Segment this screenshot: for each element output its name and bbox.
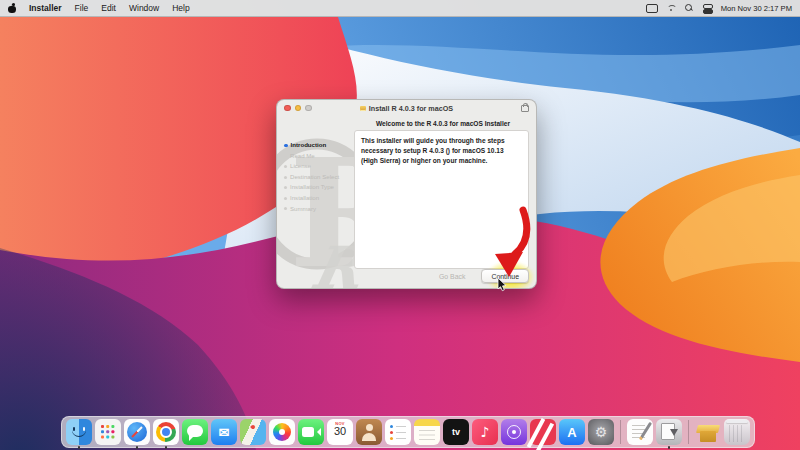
- dock: ✉ NOV 30 tv ♪ A ⚙: [61, 416, 755, 448]
- step-summary: Summary: [284, 204, 354, 215]
- step-bullet-icon: [284, 176, 287, 179]
- facetime-dock-icon[interactable]: [298, 419, 324, 445]
- step-bullet-icon: [284, 207, 287, 210]
- music-note-icon: ♪: [472, 419, 498, 445]
- tv-label: tv: [443, 419, 469, 445]
- dock-divider: [688, 420, 689, 444]
- spotlight-search-icon[interactable]: [685, 4, 694, 13]
- window-title-bar[interactable]: Install R 4.0.3 for macOS: [277, 100, 536, 116]
- news-dock-icon[interactable]: [530, 419, 556, 445]
- installer-package-dock-icon[interactable]: [695, 419, 721, 445]
- step-license: License: [284, 161, 354, 172]
- running-indicator: [668, 446, 670, 448]
- installer-heading: Welcome to the R 4.0.3 for macOS Install…: [357, 120, 529, 127]
- step-bullet-icon: [284, 186, 287, 189]
- envelope-icon: ✉: [211, 419, 237, 445]
- lock-icon: [521, 105, 529, 112]
- podcasts-dock-icon[interactable]: [501, 419, 527, 445]
- mail-dock-icon[interactable]: ✉: [211, 419, 237, 445]
- photos-dock-icon[interactable]: [269, 419, 295, 445]
- calendar-day-label: 30: [327, 425, 353, 437]
- menu-window[interactable]: Window: [129, 3, 159, 13]
- app-menu-installer[interactable]: Installer: [29, 3, 62, 13]
- continue-button[interactable]: Continue: [481, 269, 529, 283]
- app-store-dock-icon[interactable]: A: [559, 419, 585, 445]
- window-title: Install R 4.0.3 for macOS: [277, 104, 536, 113]
- step-destination-select: Destination Select: [284, 172, 354, 183]
- menu-bar: Installer File Edit Window Help Mon Nov …: [0, 0, 800, 17]
- running-indicator: [78, 446, 80, 448]
- installer-package-icon: [360, 106, 366, 111]
- go-back-button[interactable]: Go Back: [430, 270, 474, 282]
- minimize-window-button[interactable]: [295, 105, 302, 112]
- maps-dock-icon[interactable]: [240, 419, 266, 445]
- step-bullet-icon: [284, 144, 288, 148]
- zoom-window-button: [305, 105, 312, 112]
- apple-tv-dock-icon[interactable]: tv: [443, 419, 469, 445]
- contacts-dock-icon[interactable]: [356, 419, 382, 445]
- step-introduction: Introduction: [284, 140, 354, 151]
- installer-window: R R Install R 4.0.3 for macOS Welcome to…: [276, 99, 537, 289]
- menu-file[interactable]: File: [75, 3, 89, 13]
- chrome-dock-icon[interactable]: [153, 419, 179, 445]
- running-indicator: [165, 446, 167, 448]
- music-dock-icon[interactable]: ♪: [472, 419, 498, 445]
- safari-dock-icon[interactable]: [124, 419, 150, 445]
- dock-divider: [620, 420, 621, 444]
- desktop: Installer File Edit Window Help Mon Nov …: [0, 0, 800, 450]
- menu-bar-clock[interactable]: Mon Nov 30 2:17 PM: [721, 4, 792, 13]
- app-store-a-label: A: [559, 419, 585, 445]
- finder-dock-icon[interactable]: [66, 419, 92, 445]
- step-read-me: Read Me: [284, 151, 354, 162]
- installer-content-panel: This installer will guide you through th…: [354, 130, 529, 269]
- system-preferences-dock-icon[interactable]: ⚙: [588, 419, 614, 445]
- textedit-dock-icon[interactable]: [627, 419, 653, 445]
- reminders-dock-icon[interactable]: [385, 419, 411, 445]
- trash-dock-icon[interactable]: [724, 419, 750, 445]
- apple-menu-icon[interactable]: [8, 4, 16, 13]
- step-bullet-icon: [284, 197, 287, 200]
- gear-icon: ⚙: [588, 419, 614, 445]
- messages-dock-icon[interactable]: [182, 419, 208, 445]
- step-bullet-icon: [284, 165, 287, 168]
- running-indicator: [136, 446, 138, 448]
- menu-help[interactable]: Help: [172, 3, 189, 13]
- step-installation-type: Installation Type: [284, 182, 354, 193]
- control-center-icon[interactable]: [703, 4, 712, 13]
- step-installation: Installation: [284, 193, 354, 204]
- step-bullet-icon: [284, 154, 287, 157]
- display-status-icon[interactable]: [646, 4, 658, 13]
- menu-edit[interactable]: Edit: [101, 3, 116, 13]
- launchpad-dock-icon[interactable]: [95, 419, 121, 445]
- installer-steps-sidebar: Introduction Read Me License Destination…: [284, 140, 354, 214]
- calendar-dock-icon[interactable]: NOV 30: [327, 419, 353, 445]
- close-window-button[interactable]: [284, 105, 291, 112]
- installer-app-dock-icon[interactable]: [656, 419, 682, 445]
- wifi-icon[interactable]: [667, 5, 676, 11]
- installer-body-text: This installer will guide you through th…: [361, 136, 522, 166]
- notes-dock-icon[interactable]: [414, 419, 440, 445]
